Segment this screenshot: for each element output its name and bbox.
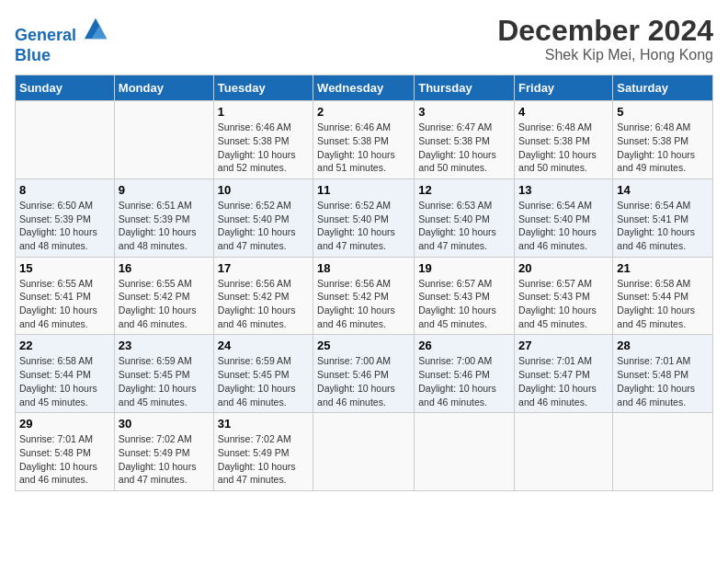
- day-number: 4: [518, 105, 609, 119]
- calendar-cell: 14Sunrise: 6:54 AMSunset: 5:41 PMDayligh…: [613, 178, 713, 257]
- day-info: Sunrise: 6:52 AMSunset: 5:40 PMDaylight:…: [218, 200, 296, 251]
- location-title: Shek Kip Mei, Hong Kong: [497, 47, 713, 63]
- day-number: 20: [518, 261, 609, 275]
- calendar-week-row: 22Sunrise: 6:58 AMSunset: 5:44 PMDayligh…: [16, 335, 713, 413]
- day-info: Sunrise: 6:48 AMSunset: 5:38 PMDaylight:…: [518, 121, 597, 173]
- logo-icon: [83, 15, 108, 40]
- calendar-cell: 17Sunrise: 6:56 AMSunset: 5:42 PMDayligh…: [213, 257, 313, 335]
- day-info: Sunrise: 6:57 AMSunset: 5:43 PMDaylight:…: [418, 278, 496, 329]
- calendar-week-row: 29Sunrise: 7:01 AMSunset: 5:48 PMDayligh…: [16, 413, 713, 491]
- calendar-week-row: 1Sunrise: 6:46 AMSunset: 5:38 PMDaylight…: [16, 101, 713, 179]
- day-number: 3: [418, 105, 510, 119]
- month-title: December 2024: [497, 15, 713, 47]
- calendar-cell: [114, 101, 213, 179]
- day-info: Sunrise: 6:57 AMSunset: 5:43 PMDaylight:…: [518, 278, 597, 329]
- day-info: Sunrise: 6:55 AMSunset: 5:42 PMDaylight:…: [119, 278, 197, 329]
- day-info: Sunrise: 6:59 AMSunset: 5:45 PMDaylight:…: [119, 355, 197, 407]
- day-info: Sunrise: 6:50 AMSunset: 5:39 PMDaylight:…: [19, 200, 97, 251]
- page-header: General Blue December 2024 Shek Kip Mei,…: [15, 15, 713, 65]
- calendar-cell: 19Sunrise: 6:57 AMSunset: 5:43 PMDayligh…: [415, 257, 515, 335]
- calendar-cell: 27Sunrise: 7:01 AMSunset: 5:47 PMDayligh…: [515, 335, 613, 413]
- day-info: Sunrise: 7:02 AMSunset: 5:49 PMDaylight:…: [119, 433, 197, 485]
- calendar-cell: 21Sunrise: 6:58 AMSunset: 5:44 PMDayligh…: [613, 257, 713, 335]
- header-cell-tuesday: Tuesday: [213, 75, 313, 101]
- calendar-table: SundayMondayTuesdayWednesdayThursdayFrid…: [15, 75, 713, 491]
- calendar-cell: 5Sunrise: 6:48 AMSunset: 5:38 PMDaylight…: [613, 101, 713, 179]
- day-number: 2: [317, 105, 410, 119]
- day-number: 27: [518, 339, 609, 352]
- calendar-cell: 9Sunrise: 6:51 AMSunset: 5:39 PMDaylight…: [114, 178, 213, 257]
- header-cell-friday: Friday: [515, 75, 613, 101]
- day-number: 16: [119, 261, 210, 275]
- day-info: Sunrise: 6:46 AMSunset: 5:38 PMDaylight:…: [317, 121, 395, 173]
- day-number: 19: [418, 261, 510, 275]
- day-info: Sunrise: 7:02 AMSunset: 5:49 PMDaylight:…: [218, 433, 296, 485]
- day-number: 11: [317, 183, 410, 197]
- day-number: 9: [119, 183, 210, 197]
- calendar-cell: 31Sunrise: 7:02 AMSunset: 5:49 PMDayligh…: [213, 413, 313, 491]
- calendar-cell: 1Sunrise: 6:46 AMSunset: 5:38 PMDaylight…: [213, 101, 313, 179]
- day-number: 21: [617, 261, 709, 275]
- day-number: 26: [418, 339, 510, 352]
- day-info: Sunrise: 6:58 AMSunset: 5:44 PMDaylight:…: [617, 278, 695, 329]
- calendar-week-row: 8Sunrise: 6:50 AMSunset: 5:39 PMDaylight…: [16, 178, 713, 257]
- day-number: 29: [19, 417, 110, 431]
- day-info: Sunrise: 7:00 AMSunset: 5:46 PMDaylight:…: [418, 355, 496, 407]
- day-info: Sunrise: 7:01 AMSunset: 5:48 PMDaylight:…: [617, 355, 695, 407]
- day-number: 8: [19, 183, 110, 197]
- day-number: 10: [218, 183, 309, 197]
- calendar-cell: 20Sunrise: 6:57 AMSunset: 5:43 PMDayligh…: [515, 257, 613, 335]
- day-info: Sunrise: 6:59 AMSunset: 5:45 PMDaylight:…: [218, 355, 296, 407]
- day-info: Sunrise: 7:01 AMSunset: 5:47 PMDaylight:…: [518, 355, 597, 407]
- calendar-week-row: 15Sunrise: 6:55 AMSunset: 5:41 PMDayligh…: [16, 257, 713, 335]
- calendar-cell: [313, 413, 415, 491]
- logo-general: General: [15, 26, 76, 44]
- calendar-cell: 13Sunrise: 6:54 AMSunset: 5:40 PMDayligh…: [515, 178, 613, 257]
- day-info: Sunrise: 6:56 AMSunset: 5:42 PMDaylight:…: [218, 278, 296, 329]
- title-block: December 2024 Shek Kip Mei, Hong Kong: [497, 15, 713, 63]
- day-number: 23: [119, 339, 210, 352]
- day-number: 5: [617, 105, 709, 119]
- day-number: 12: [418, 183, 510, 197]
- logo: General Blue: [15, 15, 108, 65]
- day-info: Sunrise: 6:52 AMSunset: 5:40 PMDaylight:…: [317, 200, 395, 251]
- calendar-cell: [415, 413, 515, 491]
- day-info: Sunrise: 6:55 AMSunset: 5:41 PMDaylight:…: [19, 278, 97, 329]
- calendar-cell: 16Sunrise: 6:55 AMSunset: 5:42 PMDayligh…: [114, 257, 213, 335]
- calendar-cell: 18Sunrise: 6:56 AMSunset: 5:42 PMDayligh…: [313, 257, 415, 335]
- calendar-cell: [515, 413, 613, 491]
- day-number: 22: [19, 339, 110, 352]
- header-cell-monday: Monday: [114, 75, 213, 101]
- calendar-cell: 26Sunrise: 7:00 AMSunset: 5:46 PMDayligh…: [415, 335, 515, 413]
- calendar-cell: 22Sunrise: 6:58 AMSunset: 5:44 PMDayligh…: [16, 335, 115, 413]
- calendar-cell: 30Sunrise: 7:02 AMSunset: 5:49 PMDayligh…: [114, 413, 213, 491]
- calendar-cell: 28Sunrise: 7:01 AMSunset: 5:48 PMDayligh…: [613, 335, 713, 413]
- calendar-cell: [16, 101, 115, 179]
- calendar-cell: 29Sunrise: 7:01 AMSunset: 5:48 PMDayligh…: [16, 413, 115, 491]
- day-number: 28: [617, 339, 709, 352]
- day-number: 15: [19, 261, 110, 275]
- day-info: Sunrise: 6:53 AMSunset: 5:40 PMDaylight:…: [418, 200, 496, 251]
- day-info: Sunrise: 7:00 AMSunset: 5:46 PMDaylight:…: [317, 355, 395, 407]
- calendar-cell: 11Sunrise: 6:52 AMSunset: 5:40 PMDayligh…: [313, 178, 415, 257]
- calendar-cell: 24Sunrise: 6:59 AMSunset: 5:45 PMDayligh…: [213, 335, 313, 413]
- day-number: 31: [218, 417, 309, 431]
- day-number: 1: [218, 105, 309, 119]
- day-info: Sunrise: 7:01 AMSunset: 5:48 PMDaylight:…: [19, 433, 97, 485]
- header-cell-sunday: Sunday: [16, 75, 115, 101]
- day-info: Sunrise: 6:54 AMSunset: 5:40 PMDaylight:…: [518, 200, 597, 251]
- header-cell-thursday: Thursday: [415, 75, 515, 101]
- day-number: 18: [317, 261, 410, 275]
- calendar-header-row: SundayMondayTuesdayWednesdayThursdayFrid…: [16, 75, 713, 101]
- calendar-cell: 3Sunrise: 6:47 AMSunset: 5:38 PMDaylight…: [415, 101, 515, 179]
- day-number: 30: [119, 417, 210, 431]
- header-cell-saturday: Saturday: [613, 75, 713, 101]
- header-cell-wednesday: Wednesday: [313, 75, 415, 101]
- calendar-cell: 4Sunrise: 6:48 AMSunset: 5:38 PMDaylight…: [515, 101, 613, 179]
- day-info: Sunrise: 6:48 AMSunset: 5:38 PMDaylight:…: [617, 121, 695, 173]
- day-info: Sunrise: 6:47 AMSunset: 5:38 PMDaylight:…: [418, 121, 496, 173]
- calendar-cell: 8Sunrise: 6:50 AMSunset: 5:39 PMDaylight…: [16, 178, 115, 257]
- day-info: Sunrise: 6:54 AMSunset: 5:41 PMDaylight:…: [617, 200, 695, 251]
- calendar-cell: 15Sunrise: 6:55 AMSunset: 5:41 PMDayligh…: [16, 257, 115, 335]
- calendar-cell: 10Sunrise: 6:52 AMSunset: 5:40 PMDayligh…: [213, 178, 313, 257]
